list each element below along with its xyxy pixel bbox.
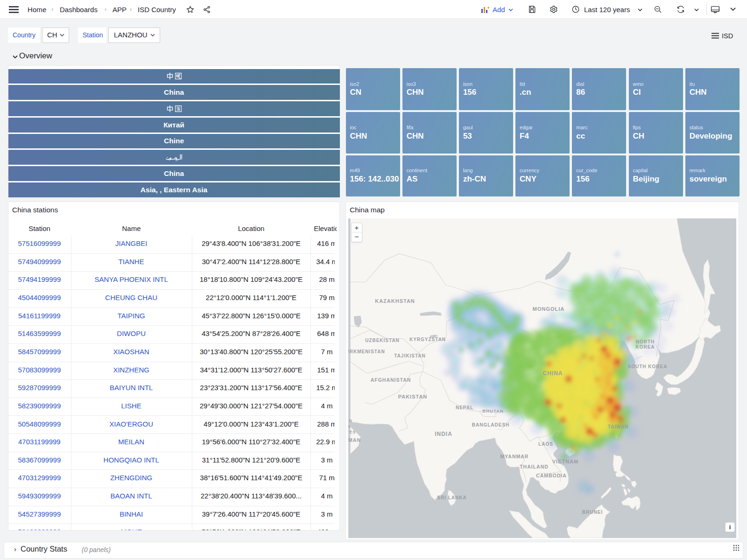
svg-text:MYANMAR: MYANMAR — [500, 454, 529, 459]
svg-text:MONGOLIA: MONGOLIA — [533, 306, 565, 312]
svg-text:NEPAL: NEPAL — [456, 405, 473, 410]
svg-text:SOUTH KOREA: SOUTH KOREA — [628, 364, 668, 369]
svg-text:KAZAKHSTAN: KAZAKHSTAN — [375, 298, 415, 304]
svg-text:PAKISTAN: PAKISTAN — [398, 394, 428, 399]
svg-text:OMAN: OMAN — [348, 437, 361, 443]
svg-text:CHINA: CHINA — [543, 370, 563, 377]
svg-text:TES: TES — [348, 430, 356, 434]
svg-text:TAJIKISTAN: TAJIKISTAN — [394, 353, 425, 358]
svg-text:KYRGYZSTAN: KYRGYZSTAN — [409, 337, 446, 342]
svg-text:VIETNAM: VIETNAM — [552, 459, 579, 464]
svg-text:LD: LD — [348, 419, 352, 423]
svg-text:UZBEKISTAN: UZBEKISTAN — [365, 338, 400, 343]
svg-text:TAIWAN: TAIWAN — [608, 424, 629, 429]
svg-text:BANGLADESH: BANGLADESH — [472, 422, 510, 427]
svg-text:TURKMENISTAN: TURKMENISTAN — [348, 349, 385, 354]
svg-text:THAILAND: THAILAND — [520, 464, 549, 469]
svg-text:B: B — [348, 424, 351, 429]
svg-text:NORTH: NORTH — [636, 339, 655, 344]
svg-text:SRI LANKA: SRI LANKA — [437, 495, 466, 500]
svg-text:LAOS: LAOS — [538, 441, 553, 447]
svg-text:BRUNEI: BRUNEI — [582, 510, 603, 515]
svg-text:INDIA: INDIA — [435, 431, 452, 437]
svg-text:CAMBODIA: CAMBODIA — [536, 473, 567, 478]
svg-text:BHUTAN: BHUTAN — [482, 408, 503, 413]
svg-text:AFGHANISTAN: AFGHANISTAN — [371, 377, 411, 383]
svg-text:KOREA: KOREA — [635, 344, 655, 350]
